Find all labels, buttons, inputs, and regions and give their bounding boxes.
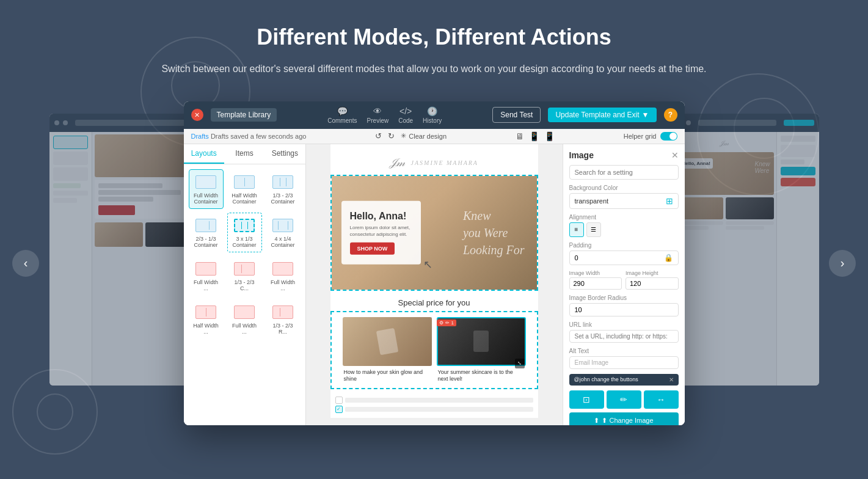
settings-search-input[interactable] <box>569 165 679 180</box>
align-left-icon: ≡ <box>575 226 578 233</box>
url-input[interactable] <box>569 330 679 343</box>
products-selection: How to make your skin glow and shine <box>330 311 538 389</box>
layout-third-2[interactable]: 1/3 - 2/3 C... <box>227 256 262 296</box>
helper-grid-toggle-indicator <box>660 132 677 141</box>
layout-two-thirds[interactable]: 2/3 - 1/3 Container <box>189 213 224 252</box>
ghost-dot-1 <box>54 120 59 125</box>
ghost-products <box>95 222 194 247</box>
comments-label: Comments <box>327 117 357 124</box>
alt-text-group: Alt Text <box>569 348 679 369</box>
hero-text-overlay: Hello, Anna! Lorem ipsum dolor sit amet,… <box>341 200 421 264</box>
editor-window: ✏ Edit ✕ Template Library 💬 <box>184 101 685 425</box>
clear-design-label: Clear design <box>409 133 447 140</box>
layout-four-quarters[interactable]: 4 x 1/4 Container <box>266 213 301 252</box>
image-height-input[interactable] <box>625 277 679 290</box>
ghost-cta <box>98 205 135 215</box>
template-library-button[interactable]: Template Library <box>211 108 277 122</box>
ghost-left-main <box>92 132 196 386</box>
clear-design-button[interactable]: ✳ Clear design <box>401 132 447 140</box>
canvas-logo: 𝒥𝓂 JASMINE MAHARA <box>330 144 538 175</box>
history-label: History <box>423 117 442 124</box>
layout-third-2-icon <box>233 260 255 277</box>
top-bar: ✕ Template Library 💬 Comments 👁 Prev <box>184 101 685 129</box>
tab-layouts[interactable]: Layouts <box>184 144 224 164</box>
carousel-prev-button[interactable]: ‹ <box>12 250 39 277</box>
hero-cta-button[interactable]: SHOP NOW <box>350 243 395 255</box>
question-mark-icon: ? <box>668 111 673 119</box>
check-icon: ✓ <box>337 406 341 412</box>
ghost-left-body <box>49 132 196 386</box>
product-card-2[interactable]: ⚙ ✏ 1 ⤡ Your summer skincare is to the n… <box>434 317 528 383</box>
code-nav-item[interactable]: </> Code <box>398 106 413 124</box>
carousel-wrapper: ‹ <box>0 101 868 425</box>
right-panel-title-bar: Image ✕ <box>569 150 679 160</box>
rotate-button[interactable]: ↔ <box>644 390 679 409</box>
tablet-icon[interactable]: 📱 <box>529 131 539 141</box>
layout-full-3[interactable]: Full Width ... <box>266 256 301 296</box>
checkbox-2[interactable]: ✓ <box>335 406 343 413</box>
align-center-button[interactable]: ☰ <box>586 222 601 237</box>
ghost-prod-1 <box>95 222 143 247</box>
panel-tabs: Layouts Items Settings <box>184 144 305 164</box>
bg-color-input[interactable]: transparent ⊞ <box>569 193 679 209</box>
help-button[interactable]: ? <box>664 108 677 122</box>
desktop-icon[interactable]: 🖥 <box>516 131 524 141</box>
ghost-sidebar-item-2 <box>53 152 88 165</box>
eye-icon: 👁 <box>373 106 382 116</box>
bg-color-label: Background Color <box>569 185 679 191</box>
border-radius-input[interactable]: 10 <box>569 303 679 316</box>
right-ghost-window: 𝒥𝓂 Hello, Anna! KnewWere <box>673 114 819 386</box>
drafts-label: Drafts <box>191 133 209 140</box>
layout-half-width[interactable]: Half Width Container <box>227 169 262 209</box>
layout-full-width[interactable]: Full Width Container <box>189 169 224 209</box>
alignment-buttons: ≡ ☰ <box>569 222 679 237</box>
tab-items[interactable]: Items <box>224 144 264 164</box>
ghost-r-right-sidebar <box>776 132 819 386</box>
image-width-input[interactable] <box>569 277 622 290</box>
layout-third[interactable]: 1/3 - 2/3 Container <box>266 169 301 209</box>
edit-image-button[interactable]: ✏ <box>607 390 641 409</box>
carousel-next-button[interactable]: › <box>829 250 856 277</box>
ghost-r-prod-2 <box>726 197 774 230</box>
close-panel-button[interactable]: ✕ <box>671 150 679 160</box>
layout-full-2[interactable]: Full Width ... <box>189 256 224 296</box>
send-test-button[interactable]: Send Test <box>492 107 541 123</box>
canvas-hero[interactable]: Knewyou WereLooking For Hello, Anna! Lor… <box>330 175 538 291</box>
layout-three-thirds[interactable]: 3 x 1/3 Container <box>227 213 262 252</box>
ghost-r-prod-title-2 <box>726 221 774 225</box>
hero-body: Lorem ipsum dolor sit amet, consectetur … <box>350 224 412 237</box>
comment-close-button[interactable]: ✕ <box>669 376 674 383</box>
border-radius-label: Image Border Radius <box>569 294 679 301</box>
crop-button[interactable]: ⊡ <box>569 390 604 409</box>
layout-half-2[interactable]: Half Width ... <box>189 299 224 339</box>
drafts-controls: ↺ ↻ ✳ Clear design <box>375 131 447 141</box>
align-left-button[interactable]: ≡ <box>569 222 584 237</box>
comments-nav-item[interactable]: 💬 Comments <box>327 106 357 124</box>
history-nav-item[interactable]: 🕐 History <box>423 106 442 124</box>
alt-text-input[interactable] <box>569 356 679 369</box>
close-button[interactable]: ✕ <box>191 109 203 121</box>
tab-settings[interactable]: Settings <box>264 144 305 164</box>
ghost-r-handwriting: KnewWere <box>754 161 770 174</box>
padding-input[interactable]: 0 🔒 <box>569 250 679 265</box>
carousel-content: ✏ Edit ✕ Template Library 💬 <box>0 101 868 425</box>
page-subtitle: Switch between our editor's several diff… <box>12 61 856 77</box>
layout-third-3[interactable]: 1/3 - 2/3 R... <box>266 299 301 339</box>
ghost-text-line-1 <box>98 183 162 188</box>
checkbox-1[interactable] <box>335 397 343 404</box>
ghost-sidebar-item-3 <box>53 167 88 181</box>
product-resize-handle[interactable]: ⤡ <box>515 359 525 368</box>
update-template-button[interactable]: Update Template and Exit ▼ <box>548 108 656 122</box>
url-group: URL link <box>569 321 679 343</box>
ghost-r-prod-img-2 <box>726 197 774 219</box>
right-panel: Image ✕ Background Color transparent ⊞ <box>563 144 685 425</box>
helper-grid-toggle[interactable]: Helper grid <box>624 132 677 141</box>
mobile-icon[interactable]: 📱 <box>544 131 555 141</box>
preview-nav-item[interactable]: 👁 Preview <box>367 106 389 124</box>
undo-icon[interactable]: ↺ <box>375 131 382 141</box>
change-image-button[interactable]: ⬆ ⬆ Change Image <box>569 412 679 425</box>
redo-icon[interactable]: ↻ <box>388 131 395 141</box>
ghost-r-products <box>675 197 774 230</box>
product-card-1[interactable]: How to make your skin glow and shine <box>340 317 434 383</box>
layout-full-4[interactable]: Full Width ... <box>227 299 262 339</box>
